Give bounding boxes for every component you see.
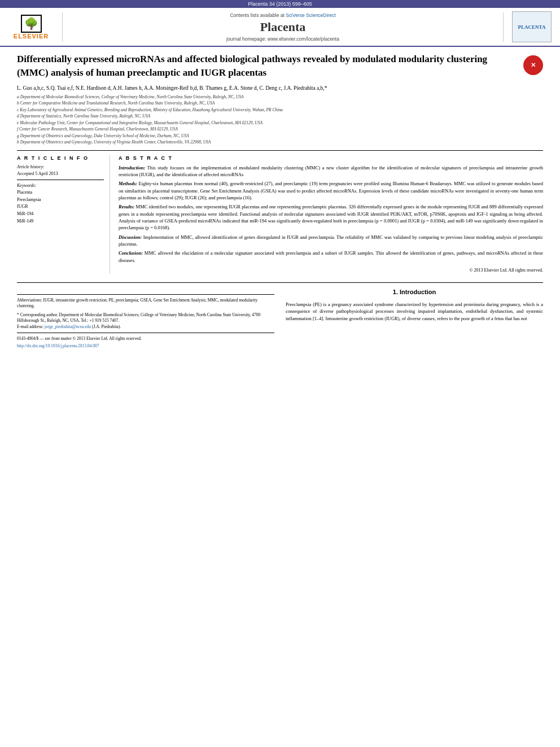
authors-line: L. Guo a,b,c, S.Q. Tsai e,f, N.E. Hardis… xyxy=(17,84,543,92)
intro-left-col: Abbreviations: IUGR, intrauterine growth… xyxy=(17,289,274,348)
abstract-results-text: MMC identified two modules, one represen… xyxy=(119,204,543,230)
keywords-label: Keywords: xyxy=(17,183,104,188)
abstract-discussion-title: Discussion: xyxy=(119,234,142,240)
affiliation-d: d Department of Statistics, North Caroli… xyxy=(17,113,543,120)
abbreviations-content: Abbreviations: IUGR, intrauterine growth… xyxy=(17,298,257,309)
abstract-methods-title: Methods: xyxy=(119,181,137,186)
corresponding-text: * Corresponding author. Department of Mo… xyxy=(17,312,274,324)
abstract-intro-text: This study focuses on the implementation… xyxy=(119,165,543,177)
email-suffix: (J.A. Piedrahita). xyxy=(92,324,121,329)
email-label: E-mail address: xyxy=(17,324,43,329)
article-title-section: Differentially expressed microRNAs and a… xyxy=(17,53,543,80)
abstract-text: Introduction: This study focuses on the … xyxy=(119,164,543,274)
article-info-label: A R T I C L E I N F O xyxy=(17,155,104,161)
placenta-logo-image: PLACENTA xyxy=(512,11,552,42)
elsevier-wordmark: ELSEVIER xyxy=(14,33,49,40)
article-info-abstract: A R T I C L E I N F O Article history: A… xyxy=(17,150,543,274)
history-label: Article history: xyxy=(17,164,104,169)
homepage-line: journal homepage: www.elsevier.com/locat… xyxy=(226,36,339,42)
affiliation-h: h Department of Obstetrics and Gynecolog… xyxy=(17,139,543,146)
keyword-iugr: IUGR xyxy=(17,203,104,211)
email-link[interactable]: jorge_piedrahita@ncsu.edu xyxy=(45,324,91,329)
abstract-label: A B S T R A C T xyxy=(119,155,543,161)
footnote-divider xyxy=(17,333,274,333)
abstract-results-title: Results: xyxy=(119,204,134,209)
article-title: Differentially expressed microRNAs and a… xyxy=(17,53,518,80)
intro-right-col: 1. Introduction Preeclampsia (PE) is a p… xyxy=(286,289,543,348)
keyword-mir149: MiR-149 xyxy=(17,218,104,225)
intro-para-1: Preeclampsia (PE) is a pregnancy associa… xyxy=(286,301,543,322)
affiliation-f: f Center for Cancer Research, Massachuse… xyxy=(17,126,543,133)
keyword-preeclampsia: Preeclampsia xyxy=(17,196,104,204)
affiliations: a Department of Molecular Biomedical Sci… xyxy=(17,94,543,146)
keyword-mir194: MiR-194 xyxy=(17,211,104,218)
elsevier-tree-icon: 🌳 xyxy=(24,17,38,30)
doi-line: http://dx.doi.org/10.1016/j.placenta.201… xyxy=(17,343,274,348)
abstract-methods: Methods: Eighty-six human placentas from… xyxy=(119,180,543,201)
crossmark-icon: ✕ xyxy=(531,62,536,69)
accepted-date: Accepted 5 April 2013 xyxy=(17,171,104,176)
affiliation-e: e Molecular Pathology Unit, Center for C… xyxy=(17,120,543,126)
contents-line: Contents lists available at SciVerse Sci… xyxy=(230,12,335,18)
contents-text: Contents lists available at xyxy=(230,12,286,18)
abbreviations-text: Abbreviations: IUGR, intrauterine growth… xyxy=(17,298,274,309)
journal-title: Placenta xyxy=(260,20,306,34)
sciverse-link[interactable]: SciVerse ScienceDirect xyxy=(286,12,335,18)
introduction-section: Abbreviations: IUGR, intrauterine growth… xyxy=(17,282,543,348)
intro-number: 1. xyxy=(393,289,398,295)
journal-center: Contents lists available at SciVerse Sci… xyxy=(62,12,504,42)
affiliation-c: c Key Laboratory of Agricultural Animal … xyxy=(17,107,543,113)
abstract-intro: Introduction: This study focuses on the … xyxy=(119,164,543,178)
crossmark-badge: ✕ xyxy=(523,55,543,75)
keyword-placenta: Placenta xyxy=(17,189,104,196)
journal-citation: Placenta 34 (2013) 599–605 xyxy=(248,1,312,7)
intro-title: Introduction xyxy=(400,289,436,295)
abstract-col: A B S T R A C T Introduction: This study… xyxy=(119,155,543,274)
elsevier-logo: 🌳 ELSEVIER xyxy=(6,15,56,40)
placenta-logo: PLACENTA xyxy=(509,11,554,42)
affiliation-b: b Center for Comparative Medicine and Tr… xyxy=(17,101,543,107)
elsevier-logo-box: 🌳 xyxy=(21,15,42,33)
placenta-logo-text: PLACENTA xyxy=(518,24,546,30)
journal-header: 🌳 ELSEVIER Contents lists available at S… xyxy=(0,8,560,47)
authors-text: L. Guo a,b,c, S.Q. Tsai e,f, N.E. Hardis… xyxy=(17,85,327,91)
corresponding-content: * Corresponding author. Department of Mo… xyxy=(17,312,260,324)
main-content: Differentially expressed microRNAs and a… xyxy=(0,47,560,354)
abstract-discussion-text: Implementation of MMC, allowed identific… xyxy=(119,234,543,247)
article-info-col: A R T I C L E I N F O Article history: A… xyxy=(17,155,110,274)
email-line: E-mail address: jorge_piedrahita@ncsu.ed… xyxy=(17,324,274,330)
abstract-intro-title: Introduction: xyxy=(119,165,145,171)
keywords-list: Placenta Preeclampsia IUGR MiR-194 MiR-1… xyxy=(17,189,104,225)
issn-text: 0143-4004/$ — see front matter © 2013 El… xyxy=(17,336,274,342)
affiliation-a: a Department of Molecular Biomedical Sci… xyxy=(17,94,543,101)
abstract-conclusion-text: MMC allowed the elucidation of a molecul… xyxy=(119,250,543,263)
intro-two-col: Abbreviations: IUGR, intrauterine growth… xyxy=(17,289,543,348)
top-bar: Placenta 34 (2013) 599–605 xyxy=(0,0,560,8)
intro-section-header: 1. Introduction xyxy=(286,289,543,295)
abstract-conclusion: Conclusion: MMC allowed the elucidation … xyxy=(119,250,543,264)
intro-paragraph: Preeclampsia (PE) is a pregnancy associa… xyxy=(286,301,543,322)
footnote-area: Abbreviations: IUGR, intrauterine growth… xyxy=(17,294,274,348)
divider-keywords xyxy=(17,180,104,180)
abstract-discussion: Discussion: Implementation of MMC, allow… xyxy=(119,234,543,248)
copyright-line: © 2013 Elsevier Ltd. All rights reserved… xyxy=(119,267,543,274)
abstract-conclusion-title: Conclusion: xyxy=(119,250,143,256)
abstract-results: Results: MMC identified two modules, one… xyxy=(119,203,543,231)
abstract-methods-text: Eighty-six human placentas from normal (… xyxy=(119,181,543,200)
affiliation-g: g Department of Obstetrics and Gynecolog… xyxy=(17,133,543,139)
